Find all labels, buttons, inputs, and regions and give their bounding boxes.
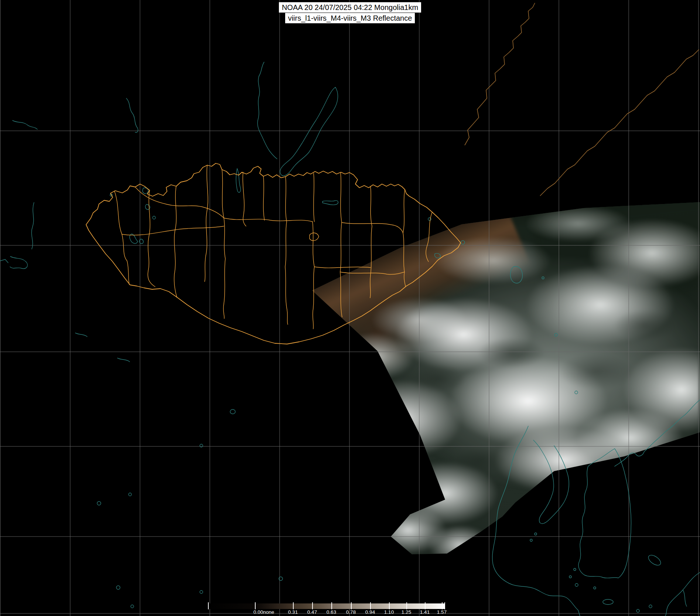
liaodong-peninsula	[533, 440, 569, 524]
lake-khanka	[511, 266, 523, 283]
japan-coastline	[665, 572, 700, 616]
colorbar-gradient	[208, 603, 445, 609]
colorbar-tick	[425, 602, 426, 609]
colorbar-tick	[444, 602, 445, 609]
colorbar-label: 0.78	[340, 609, 362, 615]
title-line-1: NOAA 20 24/07/2025 04:22 Mongolia1km	[279, 2, 421, 13]
reflectance-colorbar: 0.00none0.310.470.630.780.941.101.251.41…	[208, 603, 445, 616]
colorbar-tick	[351, 602, 352, 609]
map-canvas[interactable]: NOAA 20 24/07/2025 04:22 Mongolia1km vii…	[0, 0, 700, 616]
colorbar-tick	[331, 602, 332, 609]
bohai-coastline	[492, 426, 580, 616]
colorbar-tick	[312, 602, 313, 609]
korea-coastline	[578, 449, 631, 578]
title-line-2: viirs_l1-viirs_M4-viirs_M3 Reflectance	[285, 13, 415, 23]
primorye-coastline	[615, 400, 700, 466]
colorbar-tick	[406, 602, 407, 609]
colorbar-tick	[442, 602, 443, 609]
colorbar-label: 0.31	[282, 609, 304, 615]
lake-baikal	[280, 87, 338, 176]
map-vector-overlay	[0, 0, 700, 616]
country-borders	[86, 163, 461, 344]
colorbar-label: 0.00none	[253, 609, 274, 615]
colorbar-tick	[255, 602, 256, 609]
colorbar-tick	[389, 602, 390, 609]
province-borders	[115, 165, 432, 329]
colorbar-label: 0.63	[320, 609, 342, 615]
colorbar-tick	[208, 602, 209, 609]
ulaanbaatar-boundary	[310, 233, 319, 241]
colorbar-tick	[370, 602, 371, 609]
ne-river-lines	[465, 3, 699, 196]
image-title: NOAA 20 24/07/2025 04:22 Mongolia1km vii…	[0, 2, 700, 24]
graticule-grid	[0, 0, 700, 616]
lake-khovsgol	[236, 169, 240, 193]
colorbar-label: 0.47	[301, 609, 323, 615]
water-features	[0, 62, 700, 616]
colorbar-label: 1.57	[431, 609, 453, 615]
colorbar-tick	[293, 602, 294, 609]
